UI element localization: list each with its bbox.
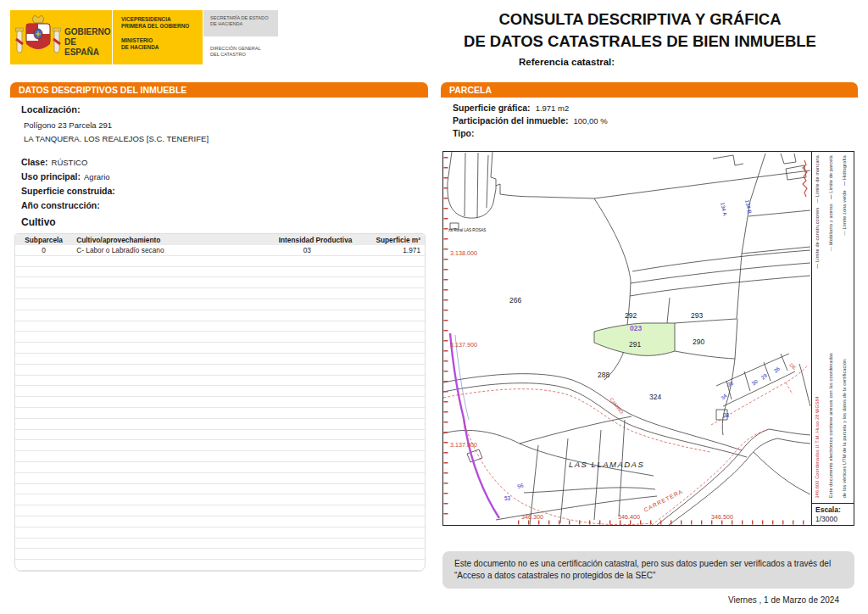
table-row-empty [15, 527, 425, 538]
column-header: Cultivo/aprovechamiento [72, 234, 258, 245]
de-espana-line: DE ESPAÑA [64, 37, 112, 58]
column-header: Subparcela [15, 234, 72, 245]
road-de-label: DE [788, 362, 797, 371]
utm-coordinates-note: 346.600 Coordenadas U.T.M. Huso 28 WGS84 [815, 396, 820, 498]
empty-cell [15, 386, 425, 397]
table-row-empty [15, 461, 425, 472]
table-row-empty [15, 332, 425, 343]
table-row-empty [15, 407, 425, 418]
ano-construccion-value [100, 201, 103, 210]
house-26: 26 [772, 366, 781, 374]
field-participacion: Participación del inmueble:100,00 % [453, 115, 608, 126]
legend-hidrografia-label: Hidrografía [842, 155, 847, 180]
empty-cell [15, 505, 425, 516]
empty-cell [15, 321, 425, 332]
empty-cell [15, 494, 425, 505]
field-superficie-construida: Superficie construida: [21, 186, 119, 196]
house-53: 53 [504, 495, 511, 501]
column-header: Superficie m² [356, 234, 425, 245]
empty-cell [15, 483, 425, 494]
las-llamadas-label: LAS LLAMADAS [569, 460, 644, 469]
table-row: 0C- Labor o Labradío secano031.971 [15, 245, 425, 255]
empty-cell [15, 299, 425, 310]
table-row-empty [15, 451, 425, 462]
gobierno-line: GOBIERNO [64, 27, 112, 37]
localizacion-label: Localización: [21, 104, 81, 114]
table-row-empty [15, 277, 425, 288]
empty-cell [15, 255, 425, 266]
superficie-grafica-label: Superficie gráfica: [453, 103, 531, 113]
cadastral-document-page: { "colors": { "accent_orange": "#ef7504"… [0, 0, 868, 614]
secretaria-line2: DE HACIENDA [210, 21, 278, 27]
secretaria-box: SECRETARÍA DE ESTADO DE HACIENDA [203, 10, 278, 36]
right-section-header: PARCELA [441, 82, 858, 98]
clase-label: Clase: [21, 157, 48, 167]
electronic-doc-note-line2: de los vértices UTM de la parcela y los … [842, 358, 847, 498]
legend-mobiliario-label: Mobiliario y aceras [828, 204, 833, 245]
referencia-catastral-label: Referencia catastral: [441, 57, 839, 67]
mobiliario-swatch: — [828, 247, 833, 252]
page-title-line2: DE DATOS CATASTRALES DE BIEN INMUEBLE [441, 31, 839, 53]
empty-cell [15, 375, 425, 386]
parcel-023-label: 023 [630, 324, 642, 332]
tipo-value [474, 129, 479, 138]
field-tipo: Tipo: [453, 128, 479, 138]
table-row-empty [15, 538, 425, 549]
superficie-construida-label: Superficie construida: [21, 186, 115, 196]
scale-box: Escala: 1/3000 [812, 503, 854, 525]
legend-parcela-label: Límite de parcela [828, 155, 833, 193]
ministry-box: VICEPRESIDENCIA PRIMERA DEL GOBIERNO MIN… [113, 10, 203, 64]
zona-verde-swatch: — [842, 231, 847, 236]
ministerio-line2: DE HACIENDA [121, 44, 203, 51]
table-row-empty [15, 375, 425, 386]
road-carretera-label: CARRETERA [643, 488, 684, 513]
house-38: 38 [723, 412, 730, 418]
empty-cell [15, 353, 425, 364]
clase-value: RÚSTICO [48, 158, 88, 167]
field-clase: Clase:RÚSTICO [21, 157, 87, 167]
legend-items-col1: — Límite de construcciones — Límite de m… [815, 155, 820, 268]
construction-limit-lines [443, 366, 808, 525]
empty-cell [15, 277, 425, 288]
table-row-empty [15, 310, 425, 321]
empty-cell [15, 288, 425, 299]
table-row-empty [15, 397, 425, 408]
table-header-row: SubparcelaCultivo/aprovechamientoIntensi… [15, 234, 425, 245]
empty-cell [15, 538, 425, 549]
parcel-324-label: 324 [649, 393, 661, 401]
table-row-empty [15, 364, 425, 375]
house-36: 36 [726, 380, 734, 388]
hidrografia-swatch: — [842, 181, 847, 187]
scale-value: 1/3000 [815, 515, 850, 524]
cadastral-map-canvas: za Rural LAS ROSAS 266 292 293 023 291 2… [443, 152, 811, 525]
empty-cell [15, 266, 425, 277]
ano-construccion-label: Año construcción: [21, 200, 100, 210]
empty-cell [15, 451, 425, 462]
coord-x2: 346.400 [618, 513, 640, 521]
empty-cell [15, 527, 425, 538]
table-row-empty [15, 549, 425, 560]
empty-cell [15, 407, 425, 418]
legend-items-col2: — Mobiliario y aceras — Límite de parcel… [828, 155, 833, 251]
empty-cell [15, 549, 425, 560]
address-line1: Polígono 23 Parcela 291 [24, 120, 112, 130]
tipo-label: Tipo: [453, 128, 474, 138]
vicepresidencia-line1: VICEPRESIDENCIA [121, 16, 203, 23]
table-row-empty [15, 353, 425, 364]
coord-y2: 3.137.900 [450, 341, 477, 349]
field-ano-construccion: Año construcción: [21, 200, 103, 210]
participacion-value: 100,00 % [569, 116, 608, 126]
empty-cell [15, 440, 425, 451]
parcel-291-label: 291 [629, 340, 641, 349]
table-row-empty [15, 516, 425, 527]
legend-column-2: — Mobiliario y aceras — Límite de parcel… [826, 152, 840, 501]
table-cell: 1.971 [356, 245, 425, 255]
legend-items-col3: — Límite zona verde — Hidrografía [842, 155, 847, 236]
legend-column-3: — Límite zona verde — Hidrografía de los… [840, 152, 854, 501]
legend-column-1: — Límite de construcciones — Límite de m… [813, 152, 826, 501]
spain-coat-of-arms-icon [15, 14, 61, 61]
table-row-empty [15, 418, 425, 429]
table-row-empty [15, 266, 425, 277]
coord-y3: 3.137.800 [450, 441, 477, 449]
direccion-catastro-box: DIRECCIÓN GENERAL DEL CATASTRO [203, 42, 278, 63]
